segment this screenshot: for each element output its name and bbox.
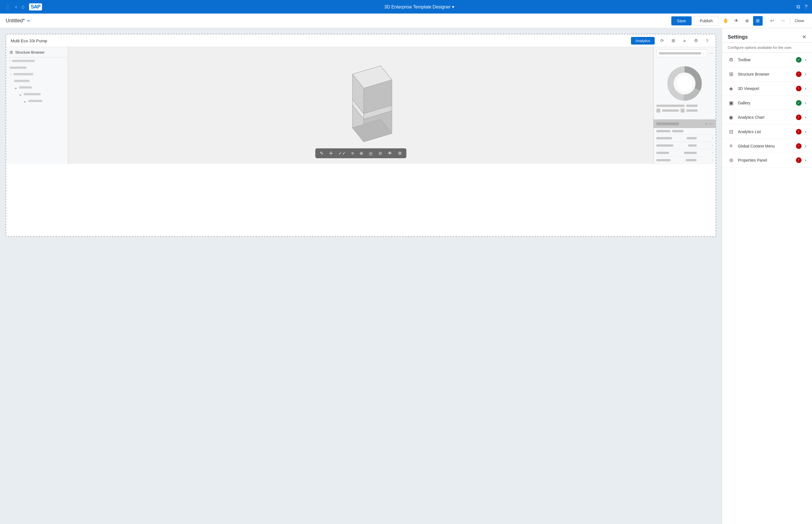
check-tool-icon[interactable]: ✓✓: [338, 151, 346, 156]
save-button[interactable]: Save: [671, 16, 692, 26]
list-row-cell-2: [687, 137, 697, 139]
settings-item-status-5: !: [796, 129, 801, 134]
toolbar-icons: ✋ 👁 ⊕ ⊞ ↩ ↪ Close: [721, 16, 806, 26]
doc-title-text: Untitled*: [6, 18, 25, 24]
filter-tool-icon[interactable]: ⊕: [742, 16, 752, 26]
list-row-4-cell-1: [656, 159, 670, 161]
list-row-1[interactable]: ›: [653, 134, 716, 142]
home-icon[interactable]: ⌂: [21, 4, 24, 10]
settings-item-status-6: !: [796, 143, 801, 149]
list-row-4[interactable]: ›: [653, 157, 716, 164]
donut-chart-area: [653, 60, 716, 105]
list-header-actions: ↕ ⋯: [706, 122, 713, 126]
structure-browser-label: Structure Browser: [15, 50, 45, 54]
chart-label-bar-2: [686, 105, 697, 107]
list-tool-icon[interactable]: ≡: [351, 151, 354, 156]
select-bar-fill: [659, 52, 701, 54]
nodes-tool-icon[interactable]: ⊕: [360, 151, 363, 156]
cancel-tool-icon[interactable]: ⊘: [378, 151, 382, 156]
settings-header: Settings ✕: [722, 28, 812, 43]
tree-bar-4: [14, 80, 30, 82]
tree-item-1[interactable]: ›: [6, 58, 68, 64]
viewport-panel: ✎ ✛ ✓✓ ≡ ⊕ ◎ ⊘ 👁 ⚙: [68, 47, 653, 164]
settings-title: Settings: [728, 34, 748, 40]
chart-label-bar-3: [662, 110, 679, 112]
publish-button[interactable]: Publish: [694, 16, 719, 26]
chevron-down-icon-3: ⌄: [19, 92, 22, 96]
template-frame: Multi Eco 33i Pump Analytics ⟳ ⊞ ≡ ⚙ ? ⊞…: [6, 34, 716, 237]
list-cell-1: [656, 130, 670, 132]
settings-item-gallery[interactable]: ▣ Gallery ✓ ›: [722, 96, 812, 110]
3d-object: [319, 57, 403, 154]
header-icon-2[interactable]: ⊞: [669, 37, 677, 45]
pen-tool-icon[interactable]: ✎: [320, 151, 324, 156]
settings-close-button[interactable]: ✕: [802, 34, 806, 40]
settings-viewport-icon[interactable]: ⚙: [398, 151, 402, 156]
template-body: ⊞ Structure Browser › ⌄ ⌄: [6, 47, 716, 164]
header-icon-help[interactable]: ?: [703, 37, 711, 45]
structure-browser-icon: ⊞: [10, 50, 13, 54]
analytics-more-icon[interactable]: ⋯: [709, 51, 713, 55]
settings-item-icon-0: ⚙: [728, 57, 734, 63]
settings-item-global-context-menu[interactable]: ≡ Global Context Menu ! ›: [722, 139, 812, 153]
list-cell-2: [672, 130, 683, 132]
list-row-3[interactable]: ›: [653, 149, 716, 157]
settings-item-chevron-0: ›: [805, 57, 806, 62]
list-header-bar: [656, 122, 679, 125]
chart-labels: [653, 105, 716, 117]
close-button[interactable]: Close: [793, 16, 806, 26]
settings-item-analytics-list[interactable]: ⊟ Analytics List ! ›: [722, 125, 812, 139]
header-icon-1[interactable]: ⟳: [658, 37, 666, 45]
settings-item-properties-panel[interactable]: ⊜ Properties Panel ! ›: [722, 153, 812, 167]
settings-item-structure-browser[interactable]: ⊞ Structure Browser ! ›: [722, 67, 812, 82]
settings-item-3d-viewport[interactable]: ◈ 3D Viewport ! ›: [722, 82, 812, 96]
settings-item-status-3: ✓: [796, 100, 801, 106]
list-row-4-cell-2: [686, 159, 696, 161]
template-header: Multi Eco 33i Pump Analytics ⟳ ⊞ ≡ ⚙ ?: [6, 34, 716, 47]
settings-item-toolbar[interactable]: ⚙ Toolbar ✓ ›: [722, 53, 812, 67]
sphere-tool-icon[interactable]: ◎: [369, 151, 373, 156]
window-icon[interactable]: ⧉: [796, 4, 800, 10]
settings-item-icon-1: ⊞: [728, 71, 734, 77]
list-row-3-cell-1: [656, 152, 669, 154]
move-tool-icon[interactable]: ✛: [329, 151, 333, 156]
chart-label-row-1: [656, 105, 713, 107]
analytics-list-section: ↕ ⋯ ›: [653, 119, 716, 164]
settings-item-chevron-5: ›: [805, 129, 806, 134]
redo-icon[interactable]: ↪: [778, 16, 788, 26]
help-icon[interactable]: ?: [805, 4, 808, 10]
settings-item-label-6: Global Context Menu: [738, 144, 793, 148]
edit-title-icon[interactable]: ✏: [27, 19, 31, 23]
tree-item-2[interactable]: ⌄: [6, 71, 68, 77]
settings-item-status-2: !: [796, 86, 801, 92]
tree-bar-6: [24, 93, 40, 95]
settings-item-label-4: Analytics Chart: [738, 115, 793, 119]
analytics-select[interactable]: ⌄: [656, 49, 707, 57]
list-row-2[interactable]: ›: [653, 142, 716, 149]
undo-icon[interactable]: ↩: [767, 16, 777, 26]
header-icon-3[interactable]: ≡: [681, 37, 689, 45]
settings-item-label-5: Analytics List: [738, 129, 793, 134]
eye-viewport-icon[interactable]: 👁: [388, 151, 392, 156]
settings-item-analytics-chart[interactable]: ◉ Analytics Chart ! ›: [722, 110, 812, 125]
user-icon[interactable]: 👤: [4, 4, 11, 10]
list-more-icon[interactable]: ⋯: [709, 122, 713, 126]
tree-bar-3: [14, 73, 33, 75]
settings-item-label-2: 3D Viewport: [738, 86, 793, 91]
viewport-toolbar: ✎ ✛ ✓✓ ≡ ⊕ ◎ ⊘ 👁 ⚙: [315, 148, 406, 158]
sap-logo: SAP: [29, 3, 42, 11]
settings-item-chevron-1: ›: [805, 72, 806, 77]
grid-tool-icon[interactable]: ⊞: [753, 16, 763, 26]
back-icon[interactable]: ‹: [15, 4, 17, 10]
analytics-tab-button[interactable]: Analytics: [631, 37, 655, 45]
app-title: 3D Enterprise Template Designer ▾: [47, 4, 792, 10]
settings-item-chevron-3: ›: [805, 100, 806, 105]
header-icon-settings[interactable]: ⚙: [692, 37, 700, 45]
eye-tool-icon[interactable]: 👁: [732, 16, 741, 26]
row-chevron-4: ›: [712, 159, 713, 162]
sort-icon[interactable]: ↕: [706, 122, 707, 126]
settings-item-icon-2: ◈: [728, 85, 734, 92]
tree-bar-2: [10, 67, 27, 69]
hand-tool-icon[interactable]: ✋: [721, 16, 730, 26]
analytics-list-header: ↕ ⋯: [653, 119, 716, 128]
